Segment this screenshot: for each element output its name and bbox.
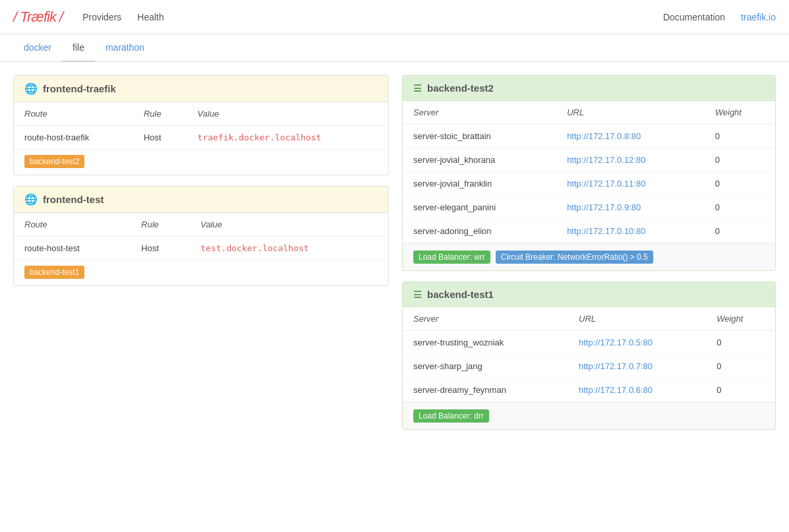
url-cell: http://172.17.0.5:80 <box>568 331 706 355</box>
frontend-traefik-header: 🌐 frontend-traefik <box>14 76 388 102</box>
col-url-2: URL <box>568 307 706 331</box>
url-cell: http://172.17.0.11:80 <box>556 172 705 196</box>
table-row: server-jovial_khorana http://172.17.0.12… <box>403 148 775 172</box>
url-cell: http://172.17.0.9:80 <box>556 196 705 220</box>
url-cell: http://172.17.0.8:80 <box>556 125 705 148</box>
server-cell: server-adoring_elion <box>403 220 556 243</box>
main-content: 🌐 frontend-traefik Route Rule Value rout… <box>0 75 789 443</box>
backend-test1-header: ☰ backend-test1 <box>403 282 775 307</box>
col-route: Route <box>14 102 133 126</box>
frontend-traefik-title: frontend-traefik <box>43 83 116 94</box>
logo: / Træfik / <box>13 9 63 26</box>
col-weight-2: Weight <box>706 307 775 331</box>
table-row: server-elegant_panini http://172.17.0.9:… <box>403 196 775 220</box>
server-cell: server-dreamy_feynman <box>403 378 568 402</box>
weight-cell: 0 <box>705 172 775 196</box>
table-row: server-jovial_franklin http://172.17.0.1… <box>403 172 775 196</box>
header-nav: Providers Health <box>82 12 663 22</box>
tab-docker[interactable]: docker <box>13 34 62 62</box>
frontend-test-title: frontend-test <box>43 194 104 205</box>
weight-cell: 0 <box>705 148 775 172</box>
url-cell: http://172.17.0.10:80 <box>556 220 705 243</box>
col-weight: Weight <box>705 101 775 125</box>
list-icon: ☰ <box>413 83 422 94</box>
value-cell-2: test.docker.localhost <box>190 237 388 260</box>
server-cell: server-elegant_panini <box>403 196 556 220</box>
rule-cell: Host <box>133 126 187 150</box>
server-cell: server-sharp_jang <box>403 355 568 378</box>
col-server: Server <box>403 101 556 125</box>
left-column: 🌐 frontend-traefik Route Rule Value rout… <box>13 75 389 430</box>
tabs: docker file marathon <box>0 34 789 62</box>
nav-health[interactable]: Health <box>137 12 163 22</box>
table-row: server-adoring_elion http://172.17.0.10:… <box>403 220 775 243</box>
frontend-traefik-card: 🌐 frontend-traefik Route Rule Value rout… <box>13 75 389 175</box>
nav-documentation[interactable]: Documentation <box>663 12 725 22</box>
backend-test2-footer: Load Balancer: wrr Circuit Breaker: Netw… <box>403 243 775 270</box>
frontend-test-table: Route Rule Value route-host-test Host te… <box>14 213 388 260</box>
col-route-2: Route <box>14 213 131 237</box>
backend-test2-title: backend-test2 <box>427 82 494 94</box>
table-row: server-sharp_jang http://172.17.0.7:80 0 <box>403 355 775 378</box>
table-row: route-host-test Host test.docker.localho… <box>14 237 388 260</box>
frontend-test-header: 🌐 frontend-test <box>14 187 388 213</box>
backend-test2-table: Server URL Weight server-stoic_brattain … <box>403 101 775 243</box>
badge-lb-drr: Load Balancer: drr <box>413 409 489 423</box>
col-value-2: Value <box>190 213 388 237</box>
server-cell: server-jovial_franklin <box>403 172 556 196</box>
backend-test1-card: ☰ backend-test1 Server URL Weight server… <box>402 281 776 430</box>
server-cell: server-jovial_khorana <box>403 148 556 172</box>
route-cell: route-host-traefik <box>14 126 133 150</box>
header-right: Documentation traefik.io <box>663 12 776 22</box>
col-rule-2: Rule <box>131 213 190 237</box>
backend-test1-title: backend-test1 <box>427 289 494 300</box>
weight-cell: 0 <box>706 355 775 378</box>
url-cell: http://172.17.0.12:80 <box>556 148 705 172</box>
server-cell: server-stoic_brattain <box>403 125 556 148</box>
weight-cell: 0 <box>705 125 775 148</box>
col-rule: Rule <box>133 102 187 126</box>
url-cell: http://172.17.0.7:80 <box>568 355 706 378</box>
header: / Træfik / Providers Health Documentatio… <box>0 0 789 34</box>
badge-circuit-breaker: Circuit Breaker: NetworkErrorRatio() > 0… <box>496 251 653 264</box>
nav-providers[interactable]: Providers <box>82 12 121 22</box>
table-row: server-trusting_wozniak http://172.17.0.… <box>403 331 775 355</box>
backend-badge-test2[interactable]: backend-test2 <box>24 155 84 168</box>
list-icon-2: ☰ <box>413 289 422 300</box>
weight-cell: 0 <box>705 220 775 243</box>
table-row: server-dreamy_feynman http://172.17.0.6:… <box>403 378 775 402</box>
tab-marathon[interactable]: marathon <box>95 34 155 62</box>
backend-badge-test1[interactable]: backend-test1 <box>24 266 84 279</box>
tab-file[interactable]: file <box>62 34 95 62</box>
globe-icon: 🌐 <box>24 82 38 95</box>
server-cell: server-trusting_wozniak <box>403 331 568 355</box>
backend-test2-card: ☰ backend-test2 Server URL Weight server… <box>402 75 776 271</box>
rule-cell-2: Host <box>131 237 190 260</box>
col-url: URL <box>556 101 705 125</box>
col-value: Value <box>187 102 388 126</box>
badge-lb-wrr: Load Balancer: wrr <box>413 251 490 264</box>
table-row: server-stoic_brattain http://172.17.0.8:… <box>403 125 775 148</box>
nav-traefik-io[interactable]: traefik.io <box>741 12 776 22</box>
table-row: route-host-traefik Host traefik.docker.l… <box>14 126 388 150</box>
backend-test1-footer: Load Balancer: drr <box>403 402 775 429</box>
url-cell: http://172.17.0.6:80 <box>568 378 706 402</box>
weight-cell: 0 <box>705 196 775 220</box>
globe-icon-2: 🌐 <box>24 193 38 206</box>
right-column: ☰ backend-test2 Server URL Weight server… <box>402 75 776 430</box>
frontend-traefik-table: Route Rule Value route-host-traefik Host… <box>14 102 388 150</box>
col-server-2: Server <box>403 307 568 331</box>
backend-test2-header: ☰ backend-test2 <box>403 76 775 101</box>
route-cell-2: route-host-test <box>14 237 131 260</box>
weight-cell: 0 <box>706 331 775 355</box>
logo-text: / Træfik / <box>13 9 63 25</box>
backend-test1-table: Server URL Weight server-trusting_woznia… <box>403 307 775 402</box>
weight-cell: 0 <box>706 378 775 402</box>
frontend-test-card: 🌐 frontend-test Route Rule Value route-h… <box>13 186 389 286</box>
value-cell: traefik.docker.localhost <box>187 126 388 150</box>
